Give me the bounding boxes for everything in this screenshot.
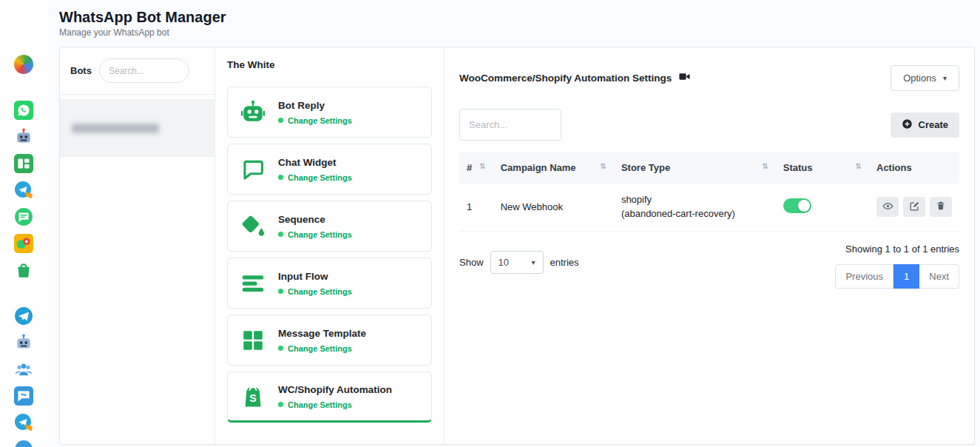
- sort-icon[interactable]: ⇅: [856, 162, 862, 170]
- toggle-knob: [798, 200, 810, 212]
- column-header-actions: Actions: [869, 152, 959, 184]
- feature-text: Message Template Change Settings: [278, 328, 366, 353]
- telegram-icon[interactable]: [14, 306, 33, 326]
- chat-reply-icon[interactable]: [14, 207, 33, 226]
- store-type-cell: shopify (abandoned-cart-recovery): [614, 184, 776, 231]
- edit-button[interactable]: [903, 197, 925, 217]
- whatsapp-icon[interactable]: [14, 101, 33, 120]
- status-dot-icon: [278, 402, 283, 407]
- telegram-bot-icon[interactable]: [14, 333, 33, 352]
- page-subtitle: Manage your WhatsApp bot: [59, 27, 975, 38]
- automation-settings-panel: WooCommerce/Shopify Automation Settings …: [445, 47, 974, 444]
- feature-card-input-flow[interactable]: Input Flow Change Settings: [227, 258, 432, 309]
- chevron-down-icon: ▾: [943, 74, 947, 82]
- column-header-index[interactable]: #⇅: [459, 152, 493, 184]
- bots-search-input[interactable]: [99, 58, 189, 83]
- options-button[interactable]: Options ▾: [891, 65, 959, 91]
- previous-page-button[interactable]: Previous: [835, 264, 893, 289]
- app-logo-icon[interactable]: [14, 55, 33, 74]
- column-header-label: #: [467, 162, 472, 173]
- chat-sync-icon[interactable]: [14, 386, 33, 406]
- column-header-store-type[interactable]: Store Type⇅: [614, 152, 776, 184]
- delete-button[interactable]: [930, 197, 952, 217]
- feature-text: Sequence Change Settings: [278, 214, 352, 239]
- feature-label: Bot Reply: [278, 100, 352, 111]
- change-settings-link[interactable]: Change Settings: [278, 400, 392, 409]
- change-settings-link[interactable]: Change Settings: [278, 173, 352, 182]
- page-size-value: 10: [499, 257, 509, 268]
- grid-icon: [238, 326, 268, 355]
- video-camera-icon[interactable]: [678, 70, 691, 86]
- feature-label: Sequence: [278, 214, 352, 225]
- page-size-select[interactable]: 10 ▾: [490, 251, 544, 274]
- next-page-button[interactable]: Next: [919, 264, 959, 289]
- group-members-icon[interactable]: [14, 360, 33, 379]
- eye-icon: [882, 201, 893, 214]
- campaign-name-cell: New Webhook: [493, 184, 614, 231]
- chevron-down-icon: ▾: [532, 258, 535, 266]
- feature-text: Chat Widget Change Settings: [278, 157, 352, 182]
- page-size-group: Show 10 ▾ entries: [459, 251, 579, 274]
- sort-icon[interactable]: ⇅: [479, 162, 485, 170]
- row-actions: [876, 197, 952, 217]
- edit-pencil-icon: [909, 201, 920, 214]
- change-settings-text: Change Settings: [288, 400, 352, 409]
- change-settings-link[interactable]: Change Settings: [278, 116, 352, 125]
- campaign-mascot-icon[interactable]: [14, 234, 33, 253]
- status-dot-icon: [278, 118, 283, 123]
- change-settings-text: Change Settings: [288, 173, 352, 182]
- messenger-bot-icon[interactable]: [14, 127, 33, 147]
- settings-title-row: WooCommerce/Shopify Automation Settings: [459, 70, 691, 86]
- change-settings-text: Change Settings: [288, 287, 352, 296]
- shop-bag-icon[interactable]: [14, 261, 33, 280]
- sort-icon[interactable]: ⇅: [601, 162, 606, 170]
- store-type-line2: (abandoned-cart-recovery): [621, 207, 768, 221]
- actions-cell: [869, 184, 959, 231]
- trash-icon: [936, 201, 946, 213]
- column-header-status[interactable]: Status⇅: [776, 152, 869, 184]
- feature-label: Message Template: [278, 328, 366, 339]
- feature-text: Bot Reply Change Settings: [278, 100, 352, 125]
- feature-card-bot-reply[interactable]: Bot Reply Change Settings: [227, 87, 432, 138]
- create-button[interactable]: Create: [891, 112, 959, 138]
- feature-label: Input Flow: [278, 271, 352, 282]
- status-cell: [776, 184, 869, 231]
- page-1-button[interactable]: 1: [893, 264, 919, 289]
- bars-icon: [238, 269, 268, 298]
- table-row: 1 New Webhook shopify (abandoned-cart-re…: [459, 184, 959, 231]
- feature-card-wc-shopify-automation[interactable]: S WC/Shopify Automation Change Settings: [227, 372, 432, 423]
- sort-icon[interactable]: ⇅: [762, 162, 768, 170]
- change-settings-link[interactable]: Change Settings: [278, 344, 366, 353]
- status-dot-icon: [278, 346, 283, 351]
- whatsapp-marketing-icon[interactable]: [14, 154, 33, 173]
- bots-panel-header: Bots: [60, 47, 214, 95]
- bots-label: Bots: [70, 65, 92, 76]
- column-header-campaign-name[interactable]: Campaign Name⇅: [493, 152, 614, 184]
- main-content: WhatsApp Bot Manager Manage your WhatsAp…: [47, 0, 980, 447]
- change-settings-link[interactable]: Change Settings: [278, 230, 352, 239]
- change-settings-link[interactable]: Change Settings: [278, 287, 352, 296]
- table-controls: Create: [459, 109, 959, 141]
- feature-card-chat-widget[interactable]: Chat Widget Change Settings: [227, 144, 432, 195]
- telegram-broadcast-icon[interactable]: [14, 181, 33, 200]
- feature-card-sequence[interactable]: Sequence Change Settings: [227, 201, 432, 252]
- feature-label: Chat Widget: [278, 157, 352, 168]
- status-dot-icon: [278, 175, 283, 180]
- table-search-input[interactable]: [459, 109, 561, 141]
- create-button-label: Create: [919, 119, 948, 130]
- clipped-app-icon[interactable]: [14, 440, 33, 447]
- feature-label: WC/Shopify Automation: [278, 384, 392, 395]
- bot-list-item-selected[interactable]: [60, 99, 214, 157]
- view-button[interactable]: [876, 197, 899, 217]
- status-toggle[interactable]: [783, 198, 811, 213]
- telegram-campaign-icon[interactable]: [14, 413, 33, 432]
- feature-card-message-template[interactable]: Message Template Change Settings: [227, 315, 432, 366]
- settings-header: WooCommerce/Shopify Automation Settings …: [459, 65, 959, 91]
- automation-table: #⇅ Campaign Name⇅ Store Type⇅ Status⇅ Ac…: [459, 152, 959, 232]
- bot-name-redacted: [72, 124, 159, 133]
- robot-icon: [238, 98, 268, 127]
- column-header-label: Actions: [876, 162, 912, 173]
- selected-bot-name: The White: [227, 59, 432, 70]
- bot-manager-card: Bots The White Bot Reply: [59, 47, 975, 445]
- feature-text: Input Flow Change Settings: [278, 271, 352, 296]
